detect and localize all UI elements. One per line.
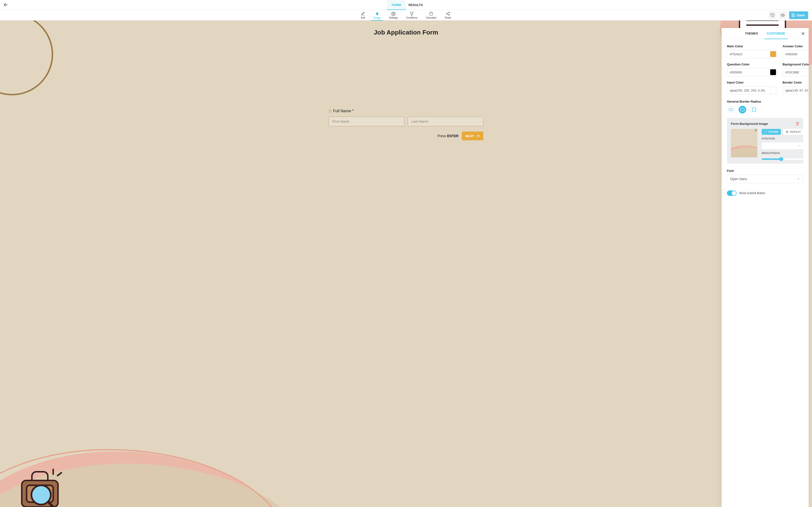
bgimg-delete-button[interactable] <box>796 122 800 125</box>
radius-option-pill[interactable] <box>727 106 735 113</box>
tool-conditions-label: Conditions <box>406 16 417 19</box>
tab-results-label: RESULTS <box>408 3 423 7</box>
cursor-icon <box>754 129 757 132</box>
square-shape-icon <box>752 108 756 112</box>
background-color-label: Background Color <box>782 62 809 66</box>
bgimg-brightness-label: BRIGHTNESS <box>762 152 803 155</box>
svg-point-4 <box>411 15 412 16</box>
question-number: 1. <box>329 109 332 113</box>
svg-rect-39 <box>788 132 788 133</box>
question-color-swatch[interactable] <box>770 69 776 75</box>
border-color-field: Border Color <box>782 80 809 95</box>
slider-knob[interactable] <box>779 157 783 161</box>
expand-icon <box>764 130 767 133</box>
tab-results[interactable]: RESULTS <box>406 0 425 10</box>
customize-panel: THEMES CUSTOMIZE Main Color Answer Color <box>722 28 809 507</box>
tool-settings[interactable]: Settings <box>388 10 399 20</box>
border-radius-label: General Border Radius <box>727 100 803 103</box>
bgimg-title: Form Background Image <box>731 122 768 125</box>
bgimg-mode-cover[interactable]: COVER <box>762 129 781 135</box>
back-arrow[interactable] <box>3 2 9 8</box>
name-input-row <box>329 117 483 126</box>
close-icon <box>801 32 805 36</box>
bgimg-position-label: POSITION <box>762 137 803 140</box>
question-label: 1.Full Name* <box>329 109 483 113</box>
tool-edit[interactable]: Edit <box>360 10 366 20</box>
grid-icon <box>785 130 789 133</box>
show-submit-toggle[interactable] <box>727 190 737 196</box>
tool-design[interactable]: Design <box>372 10 382 20</box>
font-label: Font <box>727 169 803 173</box>
bgimg-mode-repeat[interactable]: REPEAT <box>783 129 804 135</box>
input-color-field: Input Color <box>727 80 777 95</box>
required-mark: * <box>352 109 354 113</box>
font-select[interactable]: Open Sans <box>727 175 803 183</box>
question-color-input[interactable] <box>727 68 777 76</box>
eye-icon <box>780 13 785 17</box>
radius-option-rounded[interactable] <box>739 106 746 113</box>
tool-calculator[interactable]: Calculator <box>424 10 438 20</box>
pencil-icon <box>361 12 365 16</box>
svg-point-3 <box>412 12 413 13</box>
question-color-label: Question Color <box>727 62 777 66</box>
main-color-label: Main Color <box>727 44 777 48</box>
tool-calculator-label: Calculator <box>425 16 437 19</box>
save-button-label: Save <box>797 13 805 17</box>
main-color-swatch[interactable] <box>770 51 776 57</box>
panel-header: THEMES CUSTOMIZE <box>722 28 809 39</box>
svg-rect-37 <box>788 131 788 132</box>
background-color-value[interactable] <box>785 70 809 74</box>
main-color-value[interactable] <box>729 52 770 56</box>
border-color-input[interactable] <box>782 86 809 95</box>
preview-button[interactable] <box>779 11 786 19</box>
show-submit-label: Show Submit Button <box>739 191 765 195</box>
tool-edit-label: Edit <box>361 16 365 19</box>
form-content: Job Application Form 1.Full Name* Press … <box>329 20 483 140</box>
question-text: Full Name <box>333 109 351 113</box>
history-button[interactable] <box>769 11 776 19</box>
tool-conditions[interactable]: Conditions <box>405 10 418 20</box>
svg-point-14 <box>446 13 447 14</box>
history-icon <box>770 13 775 17</box>
input-color-label: Input Color <box>727 80 777 84</box>
show-submit-row: Show Submit Button <box>727 190 803 196</box>
question-color-value[interactable] <box>729 70 770 74</box>
next-button[interactable]: NEXT <box>462 131 483 140</box>
share-icon <box>446 12 450 16</box>
answer-color-value[interactable] <box>785 52 809 56</box>
bgimg-brightness-slider[interactable] <box>762 158 803 160</box>
main-color-input[interactable] <box>727 50 777 58</box>
svg-line-17 <box>447 14 449 15</box>
first-name-input[interactable] <box>329 117 404 126</box>
tab-form[interactable]: FORM <box>387 0 406 10</box>
input-color-input[interactable] <box>727 86 777 95</box>
next-button-label: NEXT <box>465 134 474 138</box>
question-color-field: Question Color <box>727 62 777 76</box>
panel-body: Main Color Answer Color Question Color <box>722 39 809 203</box>
panel-tab-customize[interactable]: CUSTOMIZE <box>762 28 790 39</box>
form-bg-image-card: Form Background Image COVER <box>727 118 803 164</box>
last-name-input[interactable] <box>408 117 483 126</box>
gear-icon <box>391 12 396 16</box>
panel-close-button[interactable] <box>801 32 805 36</box>
bgimg-thumbnail[interactable] <box>731 129 757 157</box>
svg-point-18 <box>782 14 783 16</box>
header: FORM RESULTS <box>0 0 812 10</box>
input-color-value[interactable] <box>729 89 770 92</box>
border-color-label: Border Color <box>782 80 809 84</box>
chevron-down-icon <box>797 177 800 181</box>
svg-line-29 <box>57 473 61 475</box>
chevron-down-icon <box>798 145 801 147</box>
background-color-input[interactable] <box>782 68 809 76</box>
rounded-shape-icon <box>740 108 745 111</box>
bgimg-position-select[interactable] <box>762 143 803 149</box>
input-color-swatch[interactable] <box>770 88 776 93</box>
briefcase-icon <box>17 468 65 507</box>
answer-color-input[interactable] <box>782 50 809 58</box>
save-button[interactable]: Save <box>789 11 808 19</box>
panel-tab-themes[interactable]: THEMES <box>741 28 762 39</box>
toolbar: Edit Design Settings Conditions Calculat… <box>0 10 812 20</box>
radius-option-sharp[interactable] <box>750 106 758 113</box>
tool-share[interactable]: Share <box>444 10 452 20</box>
border-color-value[interactable] <box>785 89 809 92</box>
